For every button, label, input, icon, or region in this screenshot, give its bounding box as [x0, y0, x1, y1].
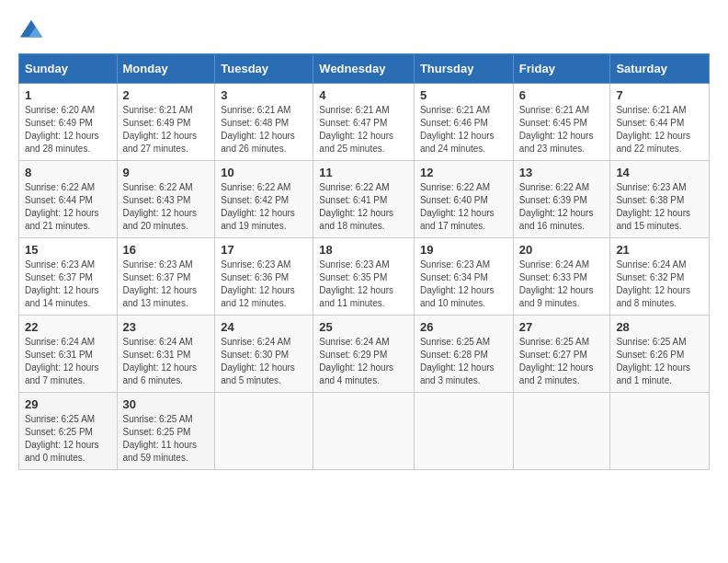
day-info: Sunrise: 6:23 AMSunset: 6:34 PMDaylight:… [420, 259, 495, 308]
day-number: 26 [420, 320, 507, 334]
calendar-cell [610, 393, 710, 470]
day-info: Sunrise: 6:22 AMSunset: 6:41 PMDaylight:… [319, 182, 393, 231]
day-info: Sunrise: 6:21 AMSunset: 6:44 PMDaylight:… [616, 105, 690, 154]
calendar-week-row: 15 Sunrise: 6:23 AMSunset: 6:37 PMDaylig… [19, 238, 710, 316]
calendar-cell: 3 Sunrise: 6:21 AMSunset: 6:48 PMDayligh… [215, 84, 313, 161]
day-number: 11 [319, 166, 408, 179]
page-header [18, 18, 710, 44]
calendar-cell: 22 Sunrise: 6:24 AMSunset: 6:31 PMDaylig… [19, 316, 118, 393]
calendar-cell: 25 Sunrise: 6:24 AMSunset: 6:29 PMDaylig… [313, 316, 415, 393]
day-info: Sunrise: 6:25 AMSunset: 6:25 PMDaylight:… [25, 414, 99, 463]
calendar-day-header: Tuesday [215, 54, 313, 84]
calendar-cell: 19 Sunrise: 6:23 AMSunset: 6:34 PMDaylig… [414, 238, 513, 316]
calendar-cell: 23 Sunrise: 6:24 AMSunset: 6:31 PMDaylig… [117, 316, 215, 393]
calendar-cell: 1 Sunrise: 6:20 AMSunset: 6:49 PMDayligh… [19, 84, 118, 161]
day-info: Sunrise: 6:24 AMSunset: 6:30 PMDaylight:… [221, 337, 295, 385]
day-number: 16 [123, 243, 210, 257]
calendar-cell: 18 Sunrise: 6:23 AMSunset: 6:35 PMDaylig… [313, 238, 415, 316]
calendar-cell: 6 Sunrise: 6:21 AMSunset: 6:45 PMDayligh… [513, 84, 610, 161]
day-number: 7 [616, 88, 703, 102]
calendar-table: SundayMondayTuesdayWednesdayThursdayFrid… [18, 53, 710, 470]
day-number: 22 [25, 320, 111, 334]
calendar-day-header: Wednesday [313, 54, 415, 84]
calendar-cell: 4 Sunrise: 6:21 AMSunset: 6:47 PMDayligh… [313, 84, 415, 161]
day-info: Sunrise: 6:22 AMSunset: 6:42 PMDaylight:… [221, 182, 295, 231]
calendar-cell: 16 Sunrise: 6:23 AMSunset: 6:37 PMDaylig… [117, 238, 215, 316]
day-info: Sunrise: 6:25 AMSunset: 6:26 PMDaylight:… [616, 337, 690, 385]
calendar-week-row: 1 Sunrise: 6:20 AMSunset: 6:49 PMDayligh… [19, 84, 710, 161]
day-info: Sunrise: 6:23 AMSunset: 6:38 PMDaylight:… [616, 182, 690, 231]
day-info: Sunrise: 6:22 AMSunset: 6:43 PMDaylight:… [123, 182, 198, 231]
day-number: 18 [319, 243, 408, 257]
day-info: Sunrise: 6:22 AMSunset: 6:40 PMDaylight:… [420, 182, 495, 231]
calendar-week-row: 8 Sunrise: 6:22 AMSunset: 6:44 PMDayligh… [19, 161, 710, 238]
day-number: 8 [25, 166, 111, 179]
calendar-cell [215, 393, 313, 470]
day-number: 24 [221, 320, 307, 334]
day-number: 1 [25, 88, 111, 102]
day-info: Sunrise: 6:21 AMSunset: 6:49 PMDaylight:… [123, 105, 198, 154]
calendar-day-header: Monday [117, 54, 215, 84]
day-number: 4 [319, 88, 408, 102]
calendar-cell: 15 Sunrise: 6:23 AMSunset: 6:37 PMDaylig… [19, 238, 118, 316]
calendar-cell: 8 Sunrise: 6:22 AMSunset: 6:44 PMDayligh… [19, 161, 118, 238]
day-number: 28 [616, 320, 703, 334]
calendar-day-header: Thursday [414, 54, 513, 84]
calendar-week-row: 29 Sunrise: 6:25 AMSunset: 6:25 PMDaylig… [19, 393, 710, 470]
day-number: 20 [519, 243, 605, 257]
day-info: Sunrise: 6:23 AMSunset: 6:37 PMDaylight:… [123, 259, 198, 308]
day-number: 27 [519, 320, 605, 334]
day-info: Sunrise: 6:21 AMSunset: 6:47 PMDaylight:… [319, 105, 393, 154]
day-number: 2 [123, 88, 210, 102]
day-number: 29 [25, 397, 111, 411]
day-number: 3 [221, 88, 307, 102]
calendar-cell: 24 Sunrise: 6:24 AMSunset: 6:30 PMDaylig… [215, 316, 313, 393]
day-info: Sunrise: 6:24 AMSunset: 6:31 PMDaylight:… [25, 337, 99, 385]
calendar-cell: 21 Sunrise: 6:24 AMSunset: 6:32 PMDaylig… [610, 238, 710, 316]
calendar-week-row: 22 Sunrise: 6:24 AMSunset: 6:31 PMDaylig… [19, 316, 710, 393]
calendar-cell: 28 Sunrise: 6:25 AMSunset: 6:26 PMDaylig… [610, 316, 710, 393]
logo [18, 18, 48, 44]
day-info: Sunrise: 6:21 AMSunset: 6:45 PMDaylight:… [519, 105, 594, 154]
calendar-cell: 13 Sunrise: 6:22 AMSunset: 6:39 PMDaylig… [513, 161, 610, 238]
calendar-cell: 14 Sunrise: 6:23 AMSunset: 6:38 PMDaylig… [610, 161, 710, 238]
calendar-cell: 29 Sunrise: 6:25 AMSunset: 6:25 PMDaylig… [19, 393, 118, 470]
day-info: Sunrise: 6:21 AMSunset: 6:48 PMDaylight:… [221, 105, 295, 154]
day-number: 21 [616, 243, 703, 257]
day-number: 25 [319, 320, 408, 334]
day-info: Sunrise: 6:23 AMSunset: 6:35 PMDaylight:… [319, 259, 393, 308]
calendar-cell: 2 Sunrise: 6:21 AMSunset: 6:49 PMDayligh… [117, 84, 215, 161]
calendar-cell: 12 Sunrise: 6:22 AMSunset: 6:40 PMDaylig… [414, 161, 513, 238]
day-info: Sunrise: 6:25 AMSunset: 6:27 PMDaylight:… [519, 337, 594, 385]
day-info: Sunrise: 6:24 AMSunset: 6:29 PMDaylight:… [319, 337, 393, 385]
day-info: Sunrise: 6:20 AMSunset: 6:49 PMDaylight:… [25, 105, 99, 154]
day-number: 15 [25, 243, 111, 257]
calendar-cell: 26 Sunrise: 6:25 AMSunset: 6:28 PMDaylig… [414, 316, 513, 393]
calendar-cell: 17 Sunrise: 6:23 AMSunset: 6:36 PMDaylig… [215, 238, 313, 316]
logo-icon [18, 18, 44, 44]
day-number: 6 [519, 88, 605, 102]
calendar-cell [414, 393, 513, 470]
day-number: 23 [123, 320, 210, 334]
day-number: 19 [420, 243, 507, 257]
day-number: 9 [123, 166, 210, 179]
calendar-cell [313, 393, 415, 470]
day-info: Sunrise: 6:21 AMSunset: 6:46 PMDaylight:… [420, 105, 495, 154]
calendar-day-header: Friday [513, 54, 610, 84]
day-number: 13 [519, 166, 605, 179]
day-number: 14 [616, 166, 703, 179]
day-number: 30 [123, 397, 210, 411]
calendar-cell: 7 Sunrise: 6:21 AMSunset: 6:44 PMDayligh… [610, 84, 710, 161]
day-info: Sunrise: 6:22 AMSunset: 6:44 PMDaylight:… [25, 182, 99, 231]
calendar-day-header: Sunday [19, 54, 118, 84]
day-info: Sunrise: 6:24 AMSunset: 6:32 PMDaylight:… [616, 259, 690, 308]
calendar-cell: 5 Sunrise: 6:21 AMSunset: 6:46 PMDayligh… [414, 84, 513, 161]
day-info: Sunrise: 6:22 AMSunset: 6:39 PMDaylight:… [519, 182, 594, 231]
day-number: 10 [221, 166, 307, 179]
day-number: 12 [420, 166, 507, 179]
calendar-cell: 11 Sunrise: 6:22 AMSunset: 6:41 PMDaylig… [313, 161, 415, 238]
calendar-cell: 20 Sunrise: 6:24 AMSunset: 6:33 PMDaylig… [513, 238, 610, 316]
day-info: Sunrise: 6:24 AMSunset: 6:31 PMDaylight:… [123, 337, 198, 385]
calendar-cell: 9 Sunrise: 6:22 AMSunset: 6:43 PMDayligh… [117, 161, 215, 238]
calendar-cell [513, 393, 610, 470]
